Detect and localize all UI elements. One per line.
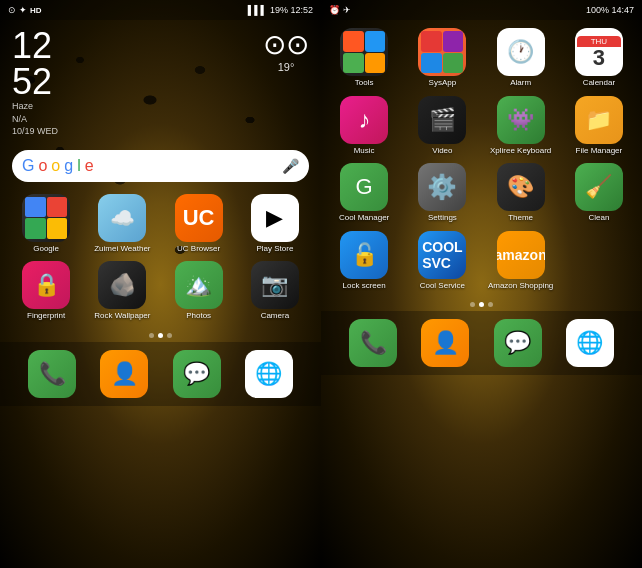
keyboard-icon: 👾 (497, 96, 545, 144)
mic-icon[interactable]: 🎤 (282, 158, 299, 174)
google-icon (22, 194, 70, 242)
clock-section: 12 52 Haze N/A 10/19 WED (12, 28, 58, 138)
keyboard-label: Xpliree Keyboard (490, 146, 551, 156)
app-google[interactable]: Google (12, 194, 80, 254)
right-dock-chrome[interactable]: 🌐 (566, 319, 614, 367)
app-photos[interactable]: 🏔️ Photos (165, 261, 233, 321)
app-amazon[interactable]: amazon Amazon Shopping (486, 231, 556, 291)
photos-icon: 🏔️ (175, 261, 223, 309)
fingerprint-label: Fingerprint (27, 311, 65, 321)
battery-text: 19% 12:52 (270, 5, 313, 15)
contacts-icon: 👤 (100, 350, 148, 398)
right-status-right: 100% 14:47 (586, 5, 634, 15)
right-status-left: ⏰ ✈ (329, 5, 351, 15)
app-ucbrowser[interactable]: UC UC Browser (165, 194, 233, 254)
video-label: Video (432, 146, 452, 156)
app-alarm[interactable]: 🕐 Alarm (486, 28, 556, 88)
weather-info: Haze N/A 10/19 WED (12, 100, 58, 138)
right-page-dots (321, 298, 642, 311)
settings-icon: ⚙️ (418, 163, 466, 211)
filemanager-icon: 📁 (575, 96, 623, 144)
camera-label: Camera (261, 311, 289, 321)
sysapp-icon (418, 28, 466, 76)
app-tools[interactable]: Tools (329, 28, 399, 88)
alarm-icon: 🕐 (497, 28, 545, 76)
zuimei-label: Zuimei Weather (94, 244, 150, 254)
app-theme[interactable]: 🎨 Theme (486, 163, 556, 223)
phone-icon: 📞 (28, 350, 76, 398)
dot1 (149, 333, 154, 338)
app-coolmanager[interactable]: G Cool Manager (329, 163, 399, 223)
app-sysapp[interactable]: SysApp (407, 28, 477, 88)
ucbrowser-icon: UC (175, 194, 223, 242)
weather-right: ⊙⊙ 19° (263, 28, 309, 73)
left-status-icons: ⊙ ✦ HD (8, 5, 42, 15)
weather-widget: 12 52 Haze N/A 10/19 WED ⊙⊙ 19° (0, 20, 321, 146)
hd-icon: HD (30, 6, 42, 15)
right-dock-phone[interactable]: 📞 (349, 319, 397, 367)
left-status-bar: ⊙ ✦ HD ▌▌▌ 19% 12:52 (0, 0, 321, 20)
alarm-label: Alarm (510, 78, 531, 88)
fingerprint-icon: 🔒 (22, 261, 70, 309)
filemanager-label: File Manager (576, 146, 623, 156)
right-phone: ⏰ ✈ 100% 14:47 Tools (321, 0, 642, 568)
app-zuimei[interactable]: ☁️ Zuimei Weather (88, 194, 156, 254)
lockscreen-icon: 🔓 (340, 231, 388, 279)
dock-contacts[interactable]: 👤 (100, 350, 148, 398)
rockwallpaper-label: Rock Wallpaper (94, 311, 150, 321)
right-dock-messages[interactable]: 💬 (494, 319, 542, 367)
right-dock: 📞 👤 💬 🌐 (321, 311, 642, 375)
app-rockwallpaper[interactable]: 🪨 Rock Wallpaper (88, 261, 156, 321)
dock-messages[interactable]: 💬 (173, 350, 221, 398)
amazon-icon: amazon (497, 231, 545, 279)
tools-icon (340, 28, 388, 76)
theme-icon: 🎨 (497, 163, 545, 211)
zuimei-icon: ☁️ (98, 194, 146, 242)
sim-icon: ⊙ (8, 5, 16, 15)
dock-chrome[interactable]: 🌐 (245, 350, 293, 398)
dot3 (167, 333, 172, 338)
coolservice-label: Cool Service (420, 281, 465, 291)
app-music[interactable]: ♪ Music (329, 96, 399, 156)
right-phone-icon: 📞 (349, 319, 397, 367)
empty-slot (575, 231, 623, 279)
right-dock-contacts[interactable]: 👤 (421, 319, 469, 367)
app-calendar[interactable]: THU 3 Calendar (564, 28, 634, 88)
app-clean[interactable]: 🧹 Clean (564, 163, 634, 223)
app-filemanager[interactable]: 📁 File Manager (564, 96, 634, 156)
app-keyboard[interactable]: 👾 Xpliree Keyboard (486, 96, 556, 156)
camera-icon: 📷 (251, 261, 299, 309)
theme-label: Theme (508, 213, 533, 223)
tools-label: Tools (355, 78, 374, 88)
settings-label: Settings (428, 213, 457, 223)
video-icon: 🎬 (418, 96, 466, 144)
right-dot3 (488, 302, 493, 307)
google-logo: Google (22, 157, 94, 175)
app-fingerprint[interactable]: 🔒 Fingerprint (12, 261, 80, 321)
app-video[interactable]: 🎬 Video (407, 96, 477, 156)
search-bar[interactable]: Google 🎤 (12, 150, 309, 182)
app-coolservice[interactable]: COOLSVC Cool Service (407, 231, 477, 291)
left-status-right: ▌▌▌ 19% 12:52 (248, 5, 313, 15)
app-playstore[interactable]: ▶ Play Store (241, 194, 309, 254)
playstore-label: Play Store (256, 244, 293, 254)
clean-icon: 🧹 (575, 163, 623, 211)
clean-label: Clean (588, 213, 609, 223)
temperature: 19° (263, 61, 309, 73)
messages-icon: 💬 (173, 350, 221, 398)
right-dot1 (470, 302, 475, 307)
calendar-icon: THU 3 (575, 28, 623, 76)
right-chrome-icon: 🌐 (566, 319, 614, 367)
google-label: Google (33, 244, 59, 254)
settings-icon-small: ✦ (19, 5, 27, 15)
left-app-grid-row1: Google ☁️ Zuimei Weather UC UC Browser ▶… (0, 186, 321, 329)
app-settings[interactable]: ⚙️ Settings (407, 163, 477, 223)
chrome-icon: 🌐 (245, 350, 293, 398)
app-camera[interactable]: 📷 Camera (241, 261, 309, 321)
app-lockscreen[interactable]: 🔓 Lock screen (329, 231, 399, 291)
dock-phone[interactable]: 📞 (28, 350, 76, 398)
sysapp-label: SysApp (429, 78, 457, 88)
coolservice-icon: COOLSVC (418, 231, 466, 279)
right-messages-icon: 💬 (494, 319, 542, 367)
music-label: Music (354, 146, 375, 156)
